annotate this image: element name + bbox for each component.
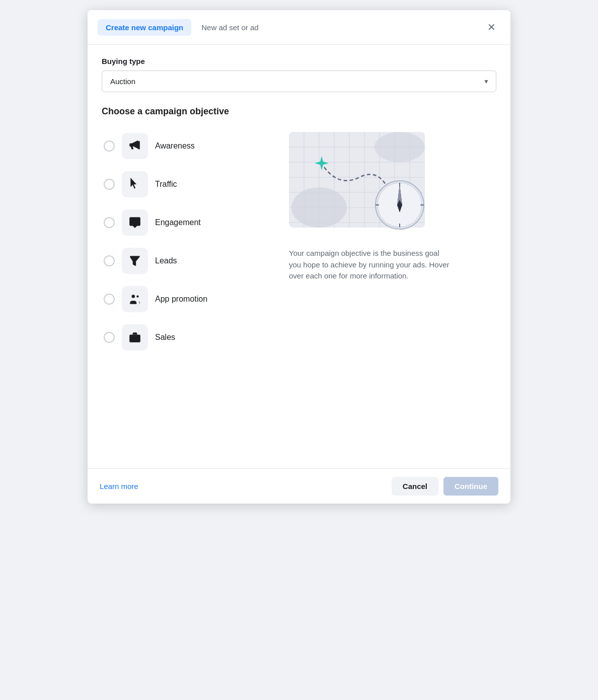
content-area: Awareness Traffic [102, 127, 496, 357]
objective-item-engagement[interactable]: Engagement [102, 203, 273, 242]
objective-item-awareness[interactable]: Awareness [102, 127, 273, 165]
svg-point-19 [291, 187, 347, 228]
awareness-icon-box [122, 133, 148, 159]
section-title: Choose a campaign objective [102, 106, 496, 117]
buying-type-select[interactable]: Auction Reach and frequency [102, 71, 496, 92]
buying-type-label: Buying type [102, 57, 496, 65]
continue-button[interactable]: Continue [443, 477, 498, 496]
cursor-icon [128, 178, 141, 191]
modal-footer: Learn more Cancel Continue [88, 468, 510, 504]
briefcase-icon [128, 331, 141, 344]
campaign-illustration [289, 127, 450, 238]
cancel-button[interactable]: Cancel [392, 477, 438, 496]
sales-icon-box [122, 324, 148, 351]
objective-item-leads[interactable]: Leads [102, 242, 273, 280]
radio-traffic[interactable] [104, 179, 115, 190]
tab-new-adset[interactable]: New ad set or ad [193, 19, 266, 36]
objective-item-app-promotion[interactable]: App promotion [102, 280, 273, 318]
svg-rect-2 [129, 335, 140, 342]
radio-leads[interactable] [104, 255, 115, 266]
funnel-icon [128, 254, 141, 267]
svg-point-1 [136, 295, 138, 297]
radio-app-promotion[interactable] [104, 294, 115, 305]
radio-engagement[interactable] [104, 217, 115, 228]
tab-create-campaign[interactable]: Create new campaign [98, 19, 191, 36]
learn-more-link[interactable]: Learn more [100, 482, 138, 491]
illustration-svg [289, 127, 450, 238]
svg-point-20 [375, 132, 425, 162]
awareness-label: Awareness [155, 142, 195, 151]
people-icon [128, 293, 141, 306]
info-description: Your campaign objective is the business … [289, 248, 450, 282]
info-panel: Your campaign objective is the business … [289, 127, 496, 357]
sales-label: Sales [155, 333, 175, 342]
engagement-label: Engagement [155, 218, 201, 227]
radio-awareness[interactable] [104, 141, 115, 152]
create-campaign-modal: Create new campaign New ad set or ad ✕ B… [88, 10, 510, 504]
objective-item-traffic[interactable]: Traffic [102, 165, 273, 203]
footer-buttons: Cancel Continue [392, 477, 498, 496]
traffic-label: Traffic [155, 180, 177, 189]
objective-item-sales[interactable]: Sales [102, 318, 273, 357]
app-promotion-label: App promotion [155, 295, 207, 304]
svg-point-0 [132, 295, 135, 298]
modal-body: Buying type Auction Reach and frequency … [88, 45, 510, 468]
megaphone-icon [128, 139, 141, 153]
traffic-icon-box [122, 171, 148, 197]
close-icon: ✕ [487, 21, 496, 33]
leads-icon-box [122, 248, 148, 274]
chat-icon [128, 216, 141, 229]
buying-type-select-wrapper: Auction Reach and frequency ▼ [102, 71, 496, 92]
close-button[interactable]: ✕ [482, 18, 500, 36]
modal-header: Create new campaign New ad set or ad ✕ [88, 10, 510, 45]
leads-label: Leads [155, 256, 177, 265]
engagement-icon-box [122, 209, 148, 236]
app-promotion-icon-box [122, 286, 148, 312]
radio-sales[interactable] [104, 332, 115, 343]
objectives-list: Awareness Traffic [102, 127, 273, 357]
